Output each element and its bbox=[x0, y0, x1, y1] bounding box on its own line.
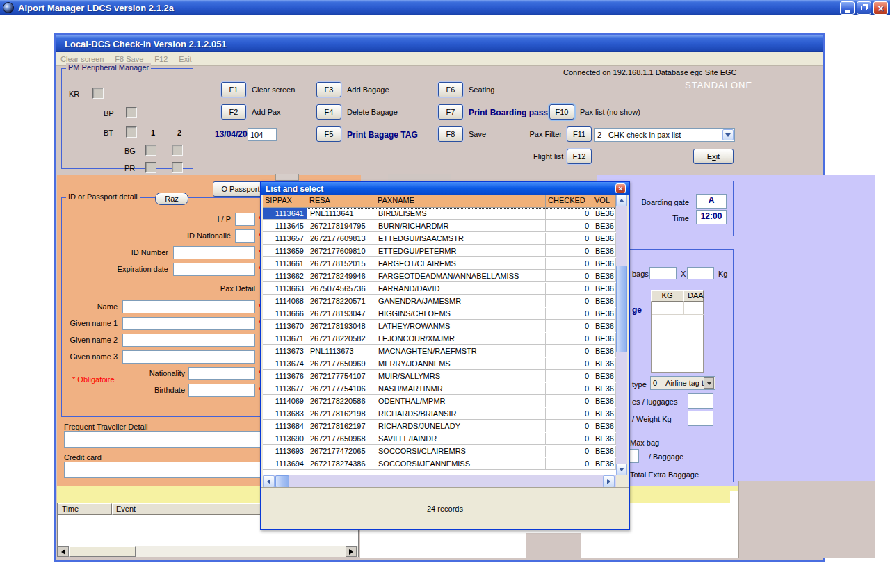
table-cell[interactable]: 1113670 bbox=[263, 320, 307, 332]
id-number-input[interactable] bbox=[173, 246, 255, 259]
table-row[interactable]: 1113673PNL1113673MACNAGHTEN/RAEFMSTR0BE3… bbox=[263, 345, 616, 358]
table-cell[interactable]: ODENTHAL/MPMR bbox=[375, 395, 546, 407]
table-cell[interactable]: 2672177609813 bbox=[307, 233, 375, 245]
table-row[interactable]: 11136762672177754107MUIR/SALLYMRS0BE36 bbox=[263, 370, 616, 383]
table-cell[interactable]: MACNAGHTEN/RAEFMSTR bbox=[375, 345, 546, 357]
table-cell[interactable]: 1113657 bbox=[263, 233, 307, 245]
table-cell[interactable]: 1113684 bbox=[263, 420, 307, 432]
table-cell[interactable]: 0 bbox=[546, 408, 592, 420]
table-cell[interactable]: 1113663 bbox=[263, 283, 307, 295]
given-name-1-input[interactable] bbox=[122, 317, 255, 330]
table-cell[interactable]: 0 bbox=[546, 358, 592, 370]
table-row[interactable]: 11136592672177609810ETTEDGUI/PETERMR0BE3… bbox=[263, 245, 616, 258]
table-cell[interactable]: 1113683 bbox=[263, 408, 307, 420]
table-row[interactable]: 1113641PNL1113641BIRD/LISEMS0BE36 bbox=[263, 208, 616, 220]
table-cell[interactable]: 1114069 bbox=[263, 395, 307, 407]
pr-checkbox-2[interactable] bbox=[172, 162, 183, 173]
table-cell[interactable]: 2672178162198 bbox=[307, 408, 375, 420]
f5-button[interactable]: F5 bbox=[316, 126, 341, 142]
table-cell[interactable]: SOCCORSI/CLAIREMRS bbox=[375, 446, 546, 457]
f7-button[interactable]: F7 bbox=[438, 104, 463, 120]
table-cell[interactable]: BIRD/LISEMS bbox=[375, 208, 546, 220]
table-cell[interactable]: 2672178194795 bbox=[307, 220, 375, 232]
kr-checkbox[interactable] bbox=[92, 88, 104, 99]
table-cell[interactable]: 1113693 bbox=[263, 446, 307, 457]
table-cell[interactable]: BE36 bbox=[592, 420, 616, 432]
table-cell[interactable]: 0 bbox=[546, 420, 592, 432]
f11-button[interactable]: F11 bbox=[567, 126, 592, 142]
event-log-hscrollbar[interactable] bbox=[58, 546, 358, 557]
scroll-thumb[interactable] bbox=[69, 546, 136, 557]
f12-button[interactable]: F12 bbox=[567, 149, 592, 164]
table-cell[interactable]: BE36 bbox=[592, 383, 616, 395]
table-cell[interactable]: FARRAND/DAVID bbox=[375, 283, 546, 295]
table-cell[interactable]: 1113671 bbox=[263, 333, 307, 345]
table-cell[interactable]: 0 bbox=[546, 433, 592, 445]
table-cell[interactable]: 1113641 bbox=[263, 208, 307, 220]
table-cell[interactable]: 2672178193047 bbox=[307, 308, 375, 320]
table-cell[interactable]: RICHARDS/JUNELADY bbox=[375, 420, 546, 432]
table-cell[interactable]: 2672177472065 bbox=[307, 446, 375, 457]
table-cell[interactable]: PNL1113641 bbox=[307, 208, 375, 220]
scroll-right-icon[interactable] bbox=[346, 546, 357, 557]
table-row[interactable]: 11136452672178194795BURN/RICHARDMR0BE36 bbox=[263, 220, 616, 233]
raz-button[interactable]: Raz bbox=[155, 193, 188, 205]
table-cell[interactable]: 1113690 bbox=[263, 433, 307, 445]
name-input[interactable] bbox=[122, 300, 255, 313]
table-cell[interactable]: 2675074565736 bbox=[307, 283, 375, 295]
weight-input[interactable] bbox=[688, 411, 713, 426]
pr-checkbox-1[interactable] bbox=[145, 162, 156, 173]
table-row[interactable]: 11136622672178249946FARGEOTDEADMAN/ANNAB… bbox=[263, 270, 616, 283]
table-row[interactable]: 11136842672178162197RICHARDS/JUNELADY0BE… bbox=[263, 420, 616, 433]
table-cell[interactable]: FARGEOT/CLAIREMS bbox=[375, 258, 546, 270]
table-cell[interactable]: FARGEOTDEADMAN/ANNABELLAMISS bbox=[375, 270, 546, 282]
table-cell[interactable]: 2672178193048 bbox=[307, 320, 375, 332]
f4-button[interactable]: F4 bbox=[316, 104, 341, 120]
table-cell[interactable]: ETTEDGUI/ISAACMSTR bbox=[375, 233, 546, 245]
table-cell[interactable]: 0 bbox=[546, 446, 592, 457]
table-cell[interactable]: BE36 bbox=[592, 245, 616, 257]
given-name-2-input[interactable] bbox=[122, 334, 255, 347]
table-row[interactable]: 11136772672177754106NASH/MARTINMR0BE36 bbox=[263, 383, 616, 395]
pax-table-hscrollbar[interactable] bbox=[263, 475, 616, 487]
table-cell[interactable]: 0 bbox=[546, 208, 592, 220]
tag-type-dropdown[interactable]: 0 = Airline tag t bbox=[650, 376, 715, 390]
table-cell[interactable]: BE36 bbox=[592, 458, 616, 470]
table-cell[interactable]: 1113694 bbox=[263, 458, 307, 470]
table-cell[interactable]: 0 bbox=[546, 395, 592, 407]
table-row[interactable]: 11136662672178193047HIGGINS/CHLOEMS0BE36 bbox=[263, 308, 616, 320]
table-cell[interactable]: 1113645 bbox=[263, 220, 307, 232]
bg-checkbox-2[interactable] bbox=[172, 145, 183, 156]
table-cell[interactable]: BE36 bbox=[592, 358, 616, 370]
table-cell[interactable]: 0 bbox=[546, 245, 592, 257]
table-cell[interactable]: 2672177650969 bbox=[307, 358, 375, 370]
table-cell[interactable]: 2672177754106 bbox=[307, 383, 375, 395]
table-cell[interactable]: BE36 bbox=[592, 270, 616, 282]
table-row[interactable]: 11136712672178220582LEJONCOUR/XMJMR0BE36 bbox=[263, 333, 616, 345]
bg-checkbox-1[interactable] bbox=[145, 145, 156, 156]
table-cell[interactable]: BE36 bbox=[592, 220, 616, 232]
hscroll-thumb[interactable] bbox=[275, 475, 289, 487]
pax-table-vscrollbar[interactable] bbox=[616, 195, 627, 475]
pax-filter-dropdown[interactable]: 2 - CHK check-in pax list bbox=[594, 128, 735, 142]
table-cell[interactable]: 1113666 bbox=[263, 308, 307, 320]
table-cell[interactable]: SOCCORSI/JEANNEMISS bbox=[375, 458, 546, 470]
table-cell[interactable]: BE36 bbox=[592, 446, 616, 457]
table-cell[interactable]: BE36 bbox=[592, 333, 616, 345]
event-log-time-header[interactable]: Time bbox=[58, 503, 112, 515]
f10-button[interactable]: F10 bbox=[549, 104, 574, 120]
f8-button[interactable]: F8 bbox=[438, 126, 463, 142]
menu-item-clear-screen[interactable]: Clear screen bbox=[60, 55, 104, 63]
ip-input[interactable] bbox=[235, 213, 255, 226]
table-cell[interactable]: BE36 bbox=[592, 295, 616, 307]
baggage-list[interactable] bbox=[651, 302, 704, 373]
table-cell[interactable]: 0 bbox=[546, 233, 592, 245]
table-cell[interactable]: 0 bbox=[546, 320, 592, 332]
f1-button[interactable]: F1 bbox=[221, 82, 246, 97]
menu-item-f12[interactable]: F12 bbox=[154, 55, 168, 63]
menu-item-f8-save[interactable]: F8 Save bbox=[115, 55, 143, 63]
f6-button[interactable]: F6 bbox=[438, 82, 463, 97]
table-row[interactable]: 11136902672177650968SAVILLE/IAINDR0BE36 bbox=[263, 433, 616, 446]
table-cell[interactable]: RICHARDS/BRIANSIR bbox=[375, 408, 546, 420]
table-cell[interactable]: 0 bbox=[546, 383, 592, 395]
